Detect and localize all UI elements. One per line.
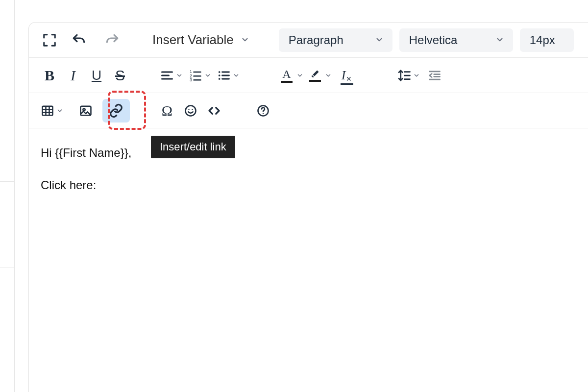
chevron-down-icon — [413, 72, 420, 79]
svg-point-30 — [186, 105, 196, 116]
align-left-icon — [160, 69, 174, 82]
align-dropdown[interactable] — [157, 64, 186, 87]
svg-point-34 — [263, 113, 264, 114]
highlight-icon — [309, 69, 321, 82]
text-color-dropdown[interactable]: A — [278, 64, 306, 87]
chevron-down-icon — [176, 72, 183, 79]
svg-point-29 — [83, 108, 85, 110]
svg-point-31 — [188, 109, 189, 110]
strikethrough-button[interactable]: S — [108, 64, 132, 87]
block-format-dropdown[interactable]: Paragraph — [279, 28, 392, 52]
redo-icon — [104, 32, 120, 48]
svg-text:3: 3 — [190, 77, 192, 82]
toolbar-row-1: Insert Variable Paragraph Helvetica 14px — [29, 23, 588, 58]
block-format-label: Paragraph — [289, 33, 343, 47]
chevron-down-icon — [204, 72, 211, 79]
chevron-down-icon — [325, 72, 332, 79]
svg-point-9 — [219, 71, 220, 73]
tooltip-text: Insert/edit link — [160, 141, 226, 153]
content-line-2: Click here: — [41, 177, 576, 193]
line-height-dropdown[interactable] — [393, 64, 423, 87]
chevron-down-icon — [375, 33, 384, 47]
numbered-list-icon: 1 2 3 — [189, 69, 202, 82]
content-line-1: Hi {{First Name}}, — [41, 145, 576, 161]
undo-icon — [71, 32, 87, 48]
emoji-button[interactable] — [179, 99, 202, 122]
font-family-label: Helvetica — [409, 33, 458, 47]
redo-button[interactable] — [100, 28, 124, 52]
fullscreen-button[interactable] — [38, 28, 61, 52]
font-family-dropdown[interactable]: Helvetica — [399, 28, 513, 52]
outdent-button[interactable] — [423, 64, 446, 87]
table-icon — [41, 104, 54, 118]
source-code-button[interactable] — [202, 99, 226, 122]
code-icon — [207, 103, 221, 118]
underline-button[interactable]: U — [85, 64, 108, 87]
omega-icon: Ω — [162, 102, 172, 119]
bullet-list-icon — [217, 69, 231, 82]
italic-icon: I — [71, 67, 75, 84]
bold-button[interactable]: B — [38, 64, 61, 87]
clear-formatting-icon: I✕ — [342, 68, 352, 83]
line-height-icon — [396, 68, 411, 83]
italic-button[interactable]: I — [61, 64, 85, 87]
svg-point-32 — [192, 109, 193, 110]
image-icon — [79, 104, 93, 118]
text-color-icon: A — [281, 68, 293, 83]
chevron-down-icon — [495, 33, 504, 47]
insert-variable-dropdown[interactable]: Insert Variable — [149, 28, 258, 52]
strikethrough-icon: S — [115, 67, 125, 84]
help-button[interactable] — [251, 99, 275, 122]
bold-icon: B — [45, 67, 54, 84]
numbered-list-dropdown[interactable]: 1 2 3 — [186, 64, 214, 87]
left-gutter — [0, 0, 15, 392]
chevron-down-icon — [56, 107, 63, 114]
fullscreen-icon — [42, 33, 57, 48]
svg-point-13 — [219, 78, 220, 80]
clear-formatting-button[interactable]: I✕ — [335, 64, 358, 87]
editor-content[interactable]: Hi {{First Name}}, Click here: — [29, 128, 588, 227]
tooltip-insert-link: Insert/edit link — [151, 136, 235, 158]
help-icon — [256, 104, 270, 118]
link-icon — [109, 103, 123, 118]
highlight-color-dropdown[interactable] — [306, 64, 335, 87]
table-dropdown[interactable] — [38, 99, 66, 122]
font-size-label: 14px — [530, 33, 555, 47]
outdent-icon — [428, 69, 441, 82]
rich-text-editor: Insert Variable Paragraph Helvetica 14px… — [28, 22, 588, 392]
svg-point-11 — [219, 74, 220, 76]
svg-rect-23 — [43, 106, 53, 115]
toolbar-row-2: B I U S 1 2 3 — [29, 58, 588, 93]
insert-variable-label: Insert Variable — [152, 32, 234, 48]
font-size-dropdown[interactable]: 14px — [520, 28, 574, 52]
bullet-list-dropdown[interactable] — [214, 64, 243, 87]
chevron-down-icon — [241, 32, 249, 48]
underline-icon: U — [92, 68, 101, 83]
undo-button[interactable] — [67, 28, 91, 52]
insert-link-button[interactable] — [102, 99, 130, 122]
special-character-button[interactable]: Ω — [155, 99, 179, 122]
chevron-down-icon — [233, 72, 240, 79]
chevron-down-icon — [296, 72, 303, 79]
insert-image-button[interactable] — [74, 99, 98, 122]
toolbar-row-3: Ω — [29, 93, 588, 128]
smile-icon — [184, 104, 197, 118]
